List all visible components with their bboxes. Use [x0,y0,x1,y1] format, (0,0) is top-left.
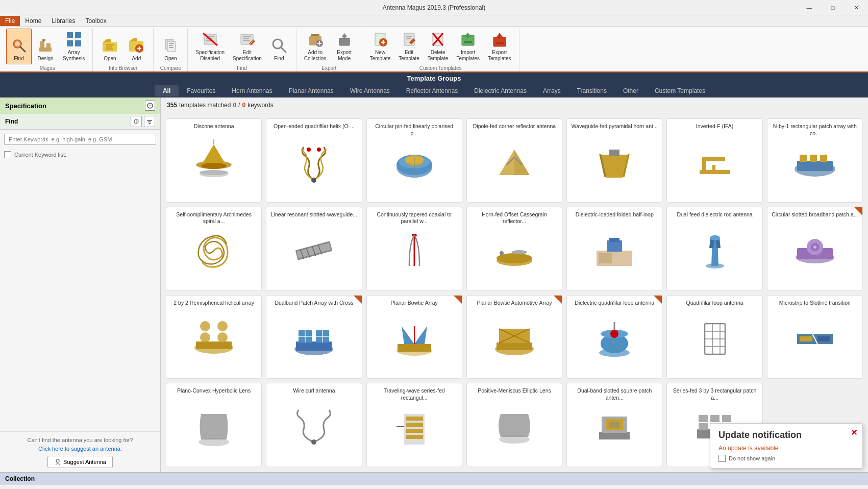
add-to-collection-button[interactable]: Add to Collection [301,29,330,64]
spec-disabled-icon [202,31,218,47]
card-open-ended-helix[interactable]: Open-ended quadrifilar helix (O-... [266,118,362,203]
tab-transitions[interactable]: Transitions [569,85,615,96]
svg-point-139 [217,321,228,331]
find-settings-btn[interactable] [144,116,155,127]
template-groups-tabs: All Favourites Horn Antennas Planar Ante… [0,84,868,97]
card-image [391,139,437,185]
find-options-btn[interactable] [131,116,142,127]
find3-button[interactable]: Find [266,29,292,64]
card-discone[interactable]: Discone antenna [166,118,262,203]
card-dual-feed-dielectric[interactable]: Dual feed dielectric rod antenna [666,207,762,291]
card-circular-pin-fed[interactable]: Circular pin-fed linearly polarised p... [366,118,462,203]
open2-button[interactable]: Open [158,29,183,64]
svg-point-118 [512,250,527,254]
menu-home[interactable]: Home [20,16,46,26]
card-archimedes-spiral[interactable]: Self-complimentary Archimedes spiral a..… [166,207,262,291]
delete-template-button[interactable]: Delete Template [424,29,452,64]
card-image [291,139,337,185]
card-positive-meniscus[interactable]: Positive-Meniscus Elliptic Lens [466,383,562,467]
maximize-button[interactable]: □ [821,0,845,15]
edit-template-button[interactable]: Edit Template [395,29,423,64]
tab-planar-antennas[interactable]: Planar Antennas [281,85,342,96]
tab-all[interactable]: All [155,85,179,96]
export-mode-button[interactable]: Export Mode [331,29,358,64]
find-button[interactable]: Find [6,29,32,64]
tab-dielectric-antennas[interactable]: Dielectric Antennas [466,85,535,96]
card-title: Wire curl antenna [293,387,335,402]
keyword-checkbox[interactable] [4,151,11,158]
card-linear-resonant-slotted[interactable]: Linear resonant slotted-waveguide... [266,207,362,291]
tab-custom-templates[interactable]: Custom Templates [647,85,713,96]
menu-file[interactable]: File [0,16,20,26]
export-templates-button[interactable]: Export Templates [484,29,515,64]
card-title: Open-ended quadrifilar helix (O-... [274,123,355,137]
card-dual-band-slotted[interactable]: Dual-band slotted square patch anten... [566,383,662,467]
card-dielectric-quadrifilar[interactable]: Dielectric quadrifilar loop antenna [566,295,662,379]
svg-rect-30 [243,36,251,37]
notification-close-button[interactable]: ✕ [851,428,857,437]
do-not-show-checkbox[interactable] [718,455,726,462]
import-templates-button[interactable]: Import Templates [453,29,483,64]
open-button[interactable]: Open [97,29,122,64]
corner-indicator [354,296,362,304]
ribbon-group-items-export: Add to Collection Export Mode [301,29,358,64]
edit-template-label: Edit Template [399,50,419,62]
svg-rect-50 [406,38,411,39]
card-hemispherical-helical-array[interactable]: 2 by 2 Hemispherical helical array [166,295,262,379]
svg-rect-141 [296,341,332,351]
svg-rect-69 [147,120,152,121]
find-controls [131,116,155,127]
card-quadrifilar-loop[interactable]: Quadrifilar loop antenna [666,295,762,379]
array-synthesis-button[interactable]: Array Synthesis [59,29,88,64]
card-horn-fed-offset[interactable]: Horn-fed Offset Cassegrain reflector... [466,207,562,291]
card-waveguide-pyramidal[interactable]: Waveguide-fed pyramidal horn ant... [566,118,662,203]
tab-arrays[interactable]: Arrays [535,85,569,96]
card-planar-bowtie-array[interactable]: Planar Bowtie Array [366,295,462,379]
card-microstrip-slotline[interactable]: Microstrip to Slotline transition [767,295,863,379]
edit-spec-button[interactable]: Edit Specification [229,29,265,64]
card-title: Dual feed dielectric rod antenna [677,211,752,226]
card-continuously-tapered[interactable]: Continuously tapered coaxial to parallel… [366,207,462,291]
card-image [792,316,838,362]
card-dualband-patch-array[interactable]: Dualband Patch Array with Cross [266,295,362,379]
card-image [491,139,537,185]
card-plano-convex[interactable]: Plano-Convex Hyperbolic Lens [166,383,262,467]
design-button[interactable]: Design [33,29,58,64]
svg-rect-180 [406,435,423,439]
card-inverted-f[interactable]: Inverted-F (IFA) [666,118,762,203]
card-image [291,228,337,274]
card-title: N-by-1 rectangular patch array with co..… [772,123,858,137]
tab-favourites[interactable]: Favourites [179,85,224,96]
corner-indicator [654,296,662,304]
close-button[interactable]: ✕ [845,0,868,15]
card-wire-curl[interactable]: Wire curl antenna [266,383,362,467]
results-count3: 0 [242,102,245,109]
card-traveling-wave[interactable]: Traveling-wave series-fed rectangul... [366,383,462,467]
card-n-by-1-patch-array[interactable]: N-by-1 rectangular patch array with co..… [767,118,863,203]
menu-libraries[interactable]: Libraries [46,16,80,26]
svg-rect-31 [243,38,249,39]
search-input[interactable] [4,134,156,145]
minimize-button[interactable]: — [798,0,821,15]
suggest-antenna-button[interactable]: Suggest Antenna [47,456,113,468]
sidebar-footer-text: Can't find the antenna you are looking f… [4,436,156,453]
menu-toolbox[interactable]: Toolbox [80,16,111,26]
card-dielectric-loaded-half-loop[interactable]: Dielectric-loaded folded half-loop [566,207,662,291]
svg-rect-6 [42,39,45,41]
tab-other[interactable]: Other [615,85,647,96]
card-planar-bowtie-automotive[interactable]: Planar Bowtie Automotive Array [466,295,562,379]
export-templates-icon [491,31,508,47]
import-templates-icon [460,31,476,47]
tab-reflector-antennas[interactable]: Reflector Antennas [398,85,466,96]
svg-line-36 [281,47,286,52]
new-template-button[interactable]: New Template [366,29,394,64]
add-button[interactable]: Add [123,29,149,64]
tab-horn-antennas[interactable]: Horn Antennas [224,85,280,96]
card-dipole-corner-reflector[interactable]: Dipole-fed corner reflector antenna [466,118,562,203]
card-circular-slotted-broadband[interactable]: Circular slotted broadband patch a... [767,207,863,291]
tab-wire-antennas[interactable]: Wire Antennas [342,85,398,96]
svg-rect-101 [797,161,833,171]
spec-disabled-button[interactable]: Specification Disabled [192,29,228,64]
footer-link[interactable]: Click here to suggest an antenna. [38,446,122,452]
spec-icon-btn[interactable] [145,101,155,111]
